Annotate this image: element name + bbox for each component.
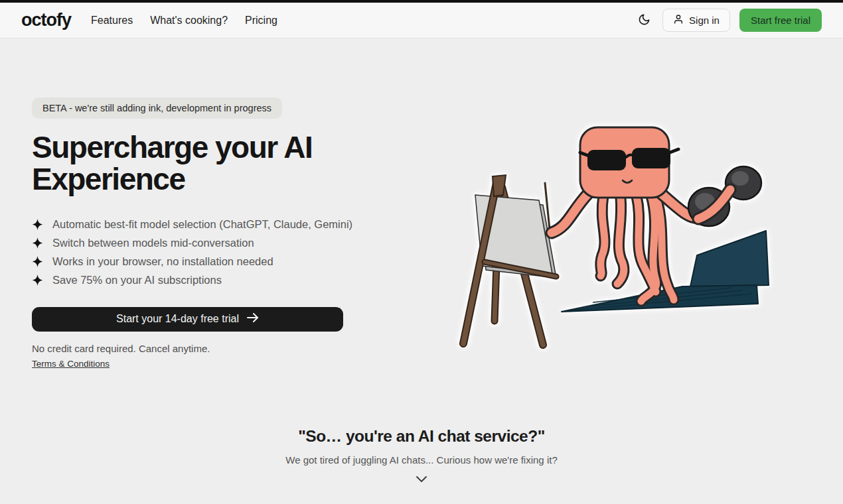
fine-print: No credit card required. Cancel anytime. bbox=[32, 343, 404, 354]
sign-in-label: Sign in bbox=[689, 15, 720, 26]
feature-label: Automatic best-fit model selection (Chat… bbox=[52, 218, 352, 231]
teaser-section: "So… you're an AI chat service?" We got … bbox=[0, 427, 843, 486]
teaser-subheading: We got tired of juggling AI chats... Cur… bbox=[0, 454, 843, 466]
navbar: octofy Features What's cooking? Pricing bbox=[0, 3, 843, 38]
sparkle-icon bbox=[32, 275, 43, 286]
sparkle-icon bbox=[32, 237, 43, 249]
sign-in-button[interactable]: Sign in bbox=[662, 9, 730, 32]
feature-label: Save 75% on your AI subscriptions bbox=[52, 274, 222, 286]
sparkle-icon bbox=[32, 256, 43, 267]
octopus-illustration bbox=[457, 119, 779, 353]
feature-item: Switch between models mid-conversation bbox=[32, 234, 404, 253]
feature-item: Works in your browser, no installation n… bbox=[32, 253, 404, 271]
cta-label: Start your 14-day free trial bbox=[116, 313, 239, 325]
nav-link-whats-cooking[interactable]: What's cooking? bbox=[150, 15, 228, 27]
hero-title: Supercharge your AI Experience bbox=[32, 131, 364, 196]
feature-label: Works in your browser, no installation n… bbox=[52, 255, 273, 268]
nav-link-pricing[interactable]: Pricing bbox=[245, 15, 277, 27]
beta-badge: BETA - we're still adding ink, developme… bbox=[32, 97, 282, 119]
feature-item: Save 75% on your AI subscriptions bbox=[32, 271, 404, 290]
hero-section: BETA - we're still adding ink, developme… bbox=[32, 97, 404, 369]
logo[interactable]: octofy bbox=[21, 10, 71, 31]
chevron-down-icon bbox=[416, 475, 427, 483]
landing-page: octofy Features What's cooking? Pricing bbox=[0, 0, 843, 504]
nav-links: Features What's cooking? Pricing bbox=[91, 15, 277, 27]
feature-item: Automatic best-fit model selection (Chat… bbox=[32, 216, 404, 234]
cta-start-trial-button[interactable]: Start your 14-day free trial bbox=[32, 307, 343, 332]
feature-label: Switch between models mid-conversation bbox=[52, 237, 254, 249]
user-icon bbox=[673, 14, 684, 27]
feature-list: Automatic best-fit model selection (Chat… bbox=[32, 216, 404, 290]
arrow-right-icon bbox=[247, 313, 259, 325]
terms-and-conditions-link[interactable]: Terms & Conditions bbox=[32, 359, 110, 369]
start-free-trial-button[interactable]: Start free trial bbox=[739, 9, 822, 32]
navbar-actions: Sign in Start free trial bbox=[635, 9, 822, 32]
theme-toggle-button[interactable] bbox=[635, 11, 653, 31]
moon-icon bbox=[638, 13, 651, 28]
sparkle-icon bbox=[32, 219, 43, 230]
teaser-heading: "So… you're an AI chat service?" bbox=[0, 427, 843, 446]
nav-link-features[interactable]: Features bbox=[91, 15, 133, 27]
scroll-down-indicator[interactable] bbox=[416, 475, 427, 483]
